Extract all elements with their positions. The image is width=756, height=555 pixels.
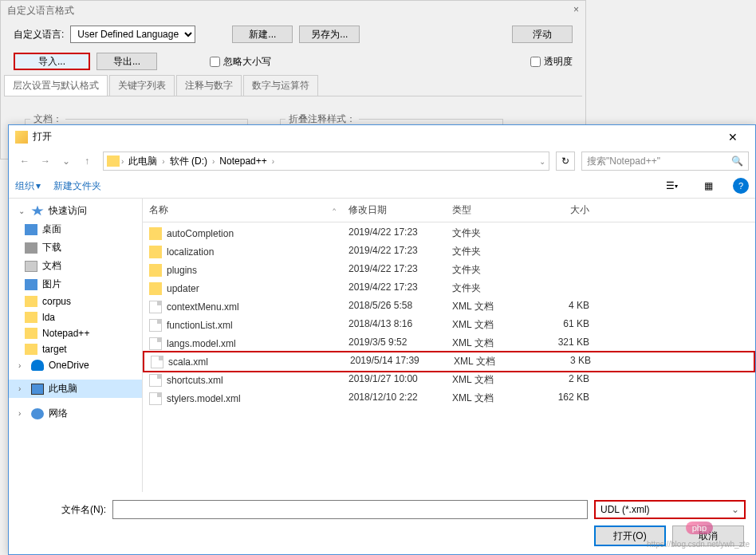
column-name[interactable]: 名称^ [143,199,342,222]
file-name: stylers.model.xml [167,393,241,404]
udl-close-button[interactable]: × [573,4,579,15]
php-badge: php [686,522,713,534]
refresh-button[interactable]: ↻ [556,152,575,171]
view-mode-button[interactable]: ☰ ▾ [660,177,683,195]
chevron-down-icon[interactable]: ⌄ [539,157,545,166]
file-date: 2019/5/14 17:39 [344,353,447,370]
file-type: XML 文档 [446,335,526,352]
file-row[interactable]: contextMenu.xml 2018/5/26 5:58 XML 文档 4 … [143,297,755,316]
import-button[interactable]: 导入... [14,53,90,70]
sidebar-item[interactable]: 图片 [9,275,142,293]
sidebar-item[interactable]: ›此电脑 [9,380,142,398]
file-date: 2019/4/22 17:23 [342,280,446,297]
sidebar-item[interactable]: ›网络 [9,404,142,423]
organize-menu[interactable]: 组织 ▾ [15,179,41,193]
file-row[interactable]: langs.model.xml 2019/3/5 9:52 XML 文档 321… [143,334,755,352]
file-row[interactable]: stylers.model.xml 2018/12/10 2:22 XML 文档… [143,389,755,407]
tab-keywords[interactable]: 关键字列表 [109,75,175,96]
sidebar-item[interactable]: 下载 [9,238,142,257]
sidebar-item-label: 桌面 [42,222,61,236]
sidebar-item-label: lda [42,312,55,323]
chevron-right-icon: › [212,157,215,166]
chevron-down-icon: ⌄ [731,504,739,515]
tab-comments[interactable]: 注释与数字 [176,75,242,96]
sidebar-item[interactable]: 桌面 [9,220,142,238]
sidebar-item-label: OneDrive [49,360,89,371]
float-button[interactable]: 浮动 [512,26,573,43]
folder-icon [25,312,37,323]
nav-up-button[interactable]: ↑ [77,152,96,171]
dialog-bottom: 文件名(N): UDL (*.xml) ⌄ 打开(O) 取消 [9,492,755,554]
nav-history-button[interactable]: ⌄ [57,152,76,171]
tab-layout[interactable]: 层次设置与默认格式 [4,75,108,96]
folder-icon [149,227,162,240]
breadcrumb-item[interactable]: 软件 (D:) [167,155,211,168]
sidebar-item[interactable]: ⌄快速访问 [9,202,142,220]
file-icon [149,301,162,313]
chevron-icon: › [18,409,26,418]
file-icon [149,337,162,350]
help-button[interactable]: ? [733,178,749,194]
file-type: 文件夹 [446,225,526,242]
file-row[interactable]: autoCompletion 2019/4/22 17:23 文件夹 [143,224,755,242]
ignorecase-checkbox[interactable]: 忽略大小写 [210,55,271,69]
file-name: plugins [167,265,197,276]
file-row[interactable]: shortcuts.xml 2019/1/27 10:00 XML 文档 2 K… [143,371,755,389]
breadcrumb-item[interactable]: Notepad++ [216,155,270,167]
filename-input[interactable] [112,500,588,519]
file-name: langs.model.xml [167,338,236,349]
file-size: 61 KB [526,317,605,333]
udl-title: 自定义语言格式 [1,1,585,21]
tab-operators[interactable]: 数字与运算符 [243,75,318,96]
nav-forward-button[interactable]: → [36,152,55,171]
nav-back-button[interactable]: ← [15,152,34,171]
file-icon [149,374,162,387]
file-name: functionList.xml [167,320,233,331]
transparent-checkbox[interactable]: 透明度 [530,55,573,69]
file-filter-select[interactable]: UDL (*.xml) ⌄ [594,500,746,519]
column-size[interactable]: 大小 [526,199,605,222]
file-row[interactable]: scala.xml 2019/5/14 17:39 XML 文档 3 KB [143,351,755,372]
sidebar-item[interactable]: ›OneDrive [9,357,142,373]
watermark: https://blog.csdn.net/ywh_zte [647,540,750,549]
saveas-button[interactable]: 另存为... [299,26,360,43]
sidebar-item[interactable]: 文档 [9,257,142,275]
sidebar-item[interactable]: Notepad++ [9,325,142,341]
file-row[interactable]: functionList.xml 2018/4/13 8:16 XML 文档 6… [143,316,755,334]
file-list: 名称^ 修改日期 类型 大小 autoCompletion 2019/4/22 … [143,199,755,492]
export-button[interactable]: 导出... [96,53,157,70]
sidebar-item[interactable]: target [9,341,142,357]
file-date: 2018/5/26 5:58 [342,298,446,315]
file-rows: autoCompletion 2019/4/22 17:23 文件夹 local… [143,222,755,492]
chevron-right-icon: › [272,157,274,166]
file-name: autoCompletion [167,228,234,239]
language-select[interactable]: User Defined Language [70,26,195,43]
close-button[interactable]: ✕ [717,131,749,144]
file-date: 2019/4/22 17:23 [342,262,446,278]
file-row[interactable]: localization 2019/4/22 17:23 文件夹 [143,242,755,261]
new-button[interactable]: 新建... [232,26,293,43]
preview-pane-button[interactable]: ▦ [696,177,720,195]
sidebar-item-label: 网络 [49,407,68,420]
search-input[interactable]: 搜索"Notepad++" 🔍 [581,152,749,171]
sidebar: ⌄快速访问桌面下载文档图片corpusldaNotepad++target›On… [9,199,143,492]
dialog-title: 打开 [33,130,717,144]
file-row[interactable]: plugins 2019/4/22 17:23 文件夹 [143,261,755,279]
pc-icon [31,384,44,395]
file-date: 2018/4/13 8:16 [342,317,446,333]
sidebar-item[interactable]: lda [9,309,142,325]
column-type[interactable]: 类型 [446,199,526,222]
file-type: XML 文档 [446,298,526,315]
file-size [526,280,605,297]
newfolder-button[interactable]: 新建文件夹 [53,179,101,193]
file-row[interactable]: updater 2019/4/22 17:23 文件夹 [143,279,755,297]
file-type: XML 文档 [446,372,526,388]
column-date[interactable]: 修改日期 [342,199,446,222]
file-size: 3 KB [527,353,607,370]
file-size: 321 KB [526,335,605,352]
file-type: 文件夹 [446,262,526,278]
breadcrumb[interactable]: › 此电脑 › 软件 (D:) › Notepad++ › ⌄ [103,152,549,171]
udl-tabs: 层次设置与默认格式 关键字列表 注释与数字 数字与运算符 [4,75,582,96]
sidebar-item[interactable]: corpus [9,293,142,309]
breadcrumb-item[interactable]: 此电脑 [125,155,160,168]
